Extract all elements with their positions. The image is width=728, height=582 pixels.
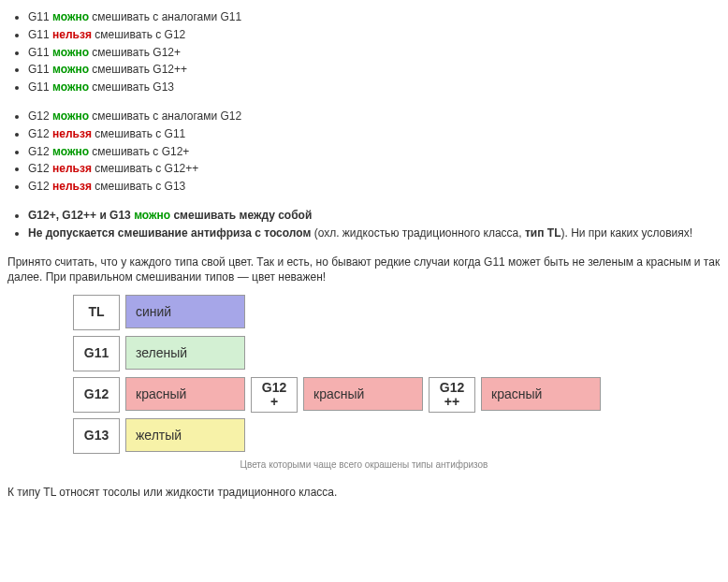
rules-list-summary: G12+, G12++ и G13 можно смешивать между … [7, 208, 721, 241]
type-label: G12+ [251, 377, 298, 413]
tag-allowed: можно [52, 46, 89, 59]
chart-row: G12красныйG12+красныйG12++красный [73, 377, 721, 413]
color-chart: TLсинийG11зеленыйG12красныйG12+красныйG1… [73, 295, 721, 454]
type-label: G12 [73, 377, 120, 413]
color-swatch: желтый [125, 418, 245, 452]
tag-allowed: можно [52, 80, 89, 94]
color-swatch: синий [125, 295, 245, 328]
color-swatch: красный [481, 377, 601, 411]
rule-item: G12 нельзя смешивать с G12++ [28, 161, 721, 177]
rule-item: G11 можно смешивать G12+ [28, 45, 721, 61]
color-swatch: красный [303, 377, 423, 411]
tag-allowed: можно [52, 63, 89, 76]
rule-item: G11 можно смешивать G12++ [28, 62, 721, 78]
rules-list-g11: G11 можно смешивать с аналогами G11G11 н… [7, 9, 721, 95]
rule-item: G11 можно смешивать G13 [28, 80, 721, 95]
tag-forbidden: нельзя [52, 180, 92, 193]
type-label: TL [73, 295, 120, 330]
rule-item: G11 можно смешивать с аналогами G11 [28, 9, 721, 25]
rule-item: G12 можно смешивать с аналогами G12 [28, 109, 721, 124]
type-label: G11 [73, 336, 120, 371]
tag-forbidden: нельзя [52, 127, 92, 140]
paragraph-color-note: Принято считать, что у каждого типа свой… [7, 255, 721, 286]
tag-allowed: можно [52, 109, 89, 123]
tag-allowed: можно [52, 10, 89, 23]
rule-item: G11 нельзя смешивать с G12 [28, 27, 721, 43]
chart-row: G11зеленый [73, 336, 721, 371]
rule-item: G12+, G12++ и G13 можно смешивать между … [28, 208, 721, 224]
tag-forbidden: нельзя [52, 28, 92, 41]
rule-item: Не допускается смешивание антифриза с то… [28, 226, 721, 241]
chart-row: TLсиний [73, 295, 721, 330]
tag-forbidden: нельзя [52, 162, 92, 175]
rule-item: G12 нельзя смешивать с G11 [28, 126, 721, 142]
rule-item: G12 можно смешивать с G12+ [28, 144, 721, 160]
tag-allowed: можно [52, 145, 89, 158]
rules-list-g12: G12 можно смешивать с аналогами G12G12 н… [7, 109, 721, 195]
color-swatch: зеленый [125, 336, 245, 370]
paragraph-tl-note: К типу TL относят тосолы или жидкости тр… [7, 485, 721, 501]
chart-caption: Цвета которыми чаще всего окрашены типы … [7, 459, 721, 470]
rule-item: G12 нельзя смешивать с G13 [28, 179, 721, 195]
tag-allowed: можно [134, 209, 170, 222]
color-swatch: красный [125, 377, 245, 411]
type-label: G13 [73, 418, 120, 454]
type-label: G12++ [429, 377, 475, 413]
chart-row: G13желтый [73, 418, 721, 454]
